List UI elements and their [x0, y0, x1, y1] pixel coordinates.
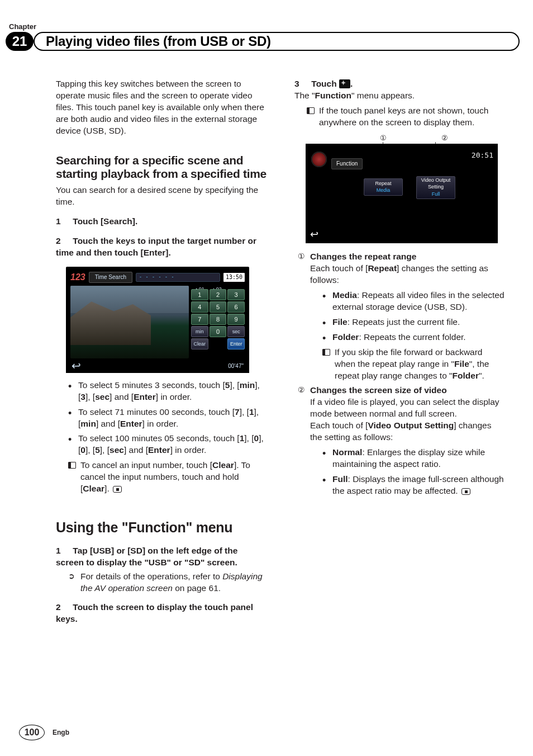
key-enter[interactable]: Enter	[227, 338, 245, 349]
step-2: 2 Touch the keys to input the target num…	[56, 235, 266, 259]
key-3[interactable]: 3	[227, 289, 245, 300]
page-number: 100	[19, 725, 45, 740]
key-clear[interactable]: Clear	[191, 338, 208, 349]
function-appears: The "Function" menu appears.	[294, 90, 505, 102]
chapter-title: Playing video files (from USB or SD)	[34, 32, 520, 51]
figure-function-menu: ① ② Function 20:51 Repeat Media Video Ou…	[306, 133, 498, 244]
fig1-input: - - - - - -	[136, 273, 220, 282]
fig2-back-icon[interactable]: ↩	[310, 228, 318, 241]
key-1[interactable]: 1	[191, 289, 208, 300]
callout-1: ①	[378, 133, 388, 143]
step-1: 1 Touch [Search].	[56, 216, 266, 228]
end-mark-icon	[113, 486, 122, 493]
key-min[interactable]: min	[191, 326, 208, 337]
video-output-button[interactable]: Video OutputSetting Full	[416, 176, 455, 199]
key-0[interactable]: 0	[210, 326, 227, 337]
func-step-3: 3 Touch .	[294, 78, 505, 90]
fig2-gear-icon	[311, 152, 327, 167]
fig1-preview	[70, 286, 189, 358]
touch-note: If the touch panel keys are not shown, t…	[307, 105, 505, 129]
func-step-1: 1 Tap [USB] or [SD] on the left edge of …	[56, 545, 266, 569]
intro-paragraph: Tapping this key switches between the sc…	[56, 78, 266, 137]
explain-1: ① Changes the repeat range Each touch of…	[298, 251, 505, 381]
example-a: To select 5 minutes 3 seconds, touch [5]…	[68, 380, 266, 403]
repeat-button[interactable]: Repeat Media	[364, 178, 403, 195]
page-footer: 100 Engb	[19, 725, 69, 740]
fig2-clock: 20:51	[472, 150, 493, 160]
key-5[interactable]: 5	[210, 301, 227, 313]
figure-time-search: 123 Time Search - - - - - - 13:50 ▪ 01 ♪…	[66, 267, 266, 373]
func-step-2: 2 Touch the screen to display the touch …	[56, 602, 266, 625]
key-sec[interactable]: sec	[227, 326, 245, 337]
key-7[interactable]: 7	[191, 314, 208, 325]
search-body: You can search for a desired scene by sp…	[56, 185, 266, 208]
reference-note: For details of the operations, refer to …	[68, 571, 266, 594]
key-8[interactable]: 8	[210, 314, 227, 325]
key-6[interactable]: 6	[227, 301, 245, 313]
fig1-clock: 13:50	[223, 273, 245, 282]
example-b: To select 71 minutes 00 seconds, touch […	[68, 407, 266, 430]
explain-list: ① Changes the repeat range Each touch of…	[298, 251, 505, 497]
key-9[interactable]: 9	[227, 314, 245, 325]
fig1-title: Time Search	[89, 272, 132, 283]
fig1-back-icon[interactable]: ↩	[72, 358, 81, 374]
left-column: Tapping this key switches between the sc…	[56, 78, 266, 625]
end-mark-icon	[461, 488, 470, 495]
function-menu-heading: Using the "Function" menu	[56, 518, 266, 537]
chapter-label: Chapter	[9, 22, 36, 31]
key-4[interactable]: 4	[191, 301, 208, 313]
cancel-note: To cancel an input number, touch [Clear]…	[68, 460, 266, 495]
callout-2: ②	[440, 133, 450, 143]
fig1-elapsed: 00'47"	[228, 362, 244, 370]
search-heading: Searching for a specific scene and start…	[56, 154, 266, 182]
language-code: Engb	[53, 729, 69, 736]
function-icon	[339, 79, 350, 88]
right-column: 3 Touch . The "Function" menu appears. I…	[294, 78, 505, 625]
fig1-logo: 123	[70, 271, 85, 284]
chapter-number: 21	[6, 32, 34, 51]
fig1-keypad: 1 2 3 4 5 6 7 8 9 min 0 sec Clear Enter	[191, 289, 245, 349]
explain-2: ② Changes the screen size of video If a …	[298, 385, 505, 497]
key-2[interactable]: 2	[210, 289, 227, 300]
example-c: To select 100 minutes 05 seconds, touch …	[68, 433, 266, 456]
fig2-title: Function	[331, 158, 363, 169]
time-examples: To select 5 minutes 3 seconds, touch [5]…	[68, 380, 266, 457]
